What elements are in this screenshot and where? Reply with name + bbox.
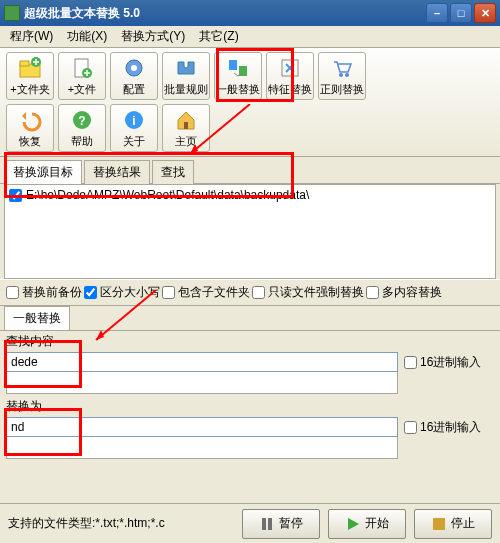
recover-button[interactable]: 恢复 <box>6 104 54 152</box>
svg-point-10 <box>339 73 343 77</box>
menu-replace-mode[interactable]: 替换方式(Y) <box>115 26 191 47</box>
tab-source[interactable]: 替换源目标 <box>4 160 82 184</box>
batch-rule-button[interactable]: 批量规则 <box>162 52 210 100</box>
about-button[interactable]: i 关于 <box>110 104 158 152</box>
home-icon <box>174 108 198 132</box>
puzzle-icon <box>174 56 198 80</box>
toolbar: +文件夹 +文件 配置 批量规则 一般替换 特征替换 正则替换 恢 <box>0 48 500 157</box>
config-button[interactable]: 配置 <box>110 52 158 100</box>
svg-rect-19 <box>433 518 445 530</box>
help-icon: ? <box>70 108 94 132</box>
cart-icon <box>330 56 354 80</box>
window-title: 超级批量文本替换 5.0 <box>24 5 426 22</box>
menu-program[interactable]: 程序(W) <box>4 26 59 47</box>
gear-icon <box>122 56 146 80</box>
minimize-button[interactable]: – <box>426 3 448 23</box>
titlebar: 超级批量文本替换 5.0 – □ ✕ <box>0 0 500 26</box>
help-button[interactable]: ? 帮助 <box>58 104 106 152</box>
close-button[interactable]: ✕ <box>474 3 496 23</box>
svg-rect-16 <box>184 122 188 129</box>
undo-icon <box>18 108 42 132</box>
replace-input[interactable] <box>6 417 398 437</box>
opt-multi[interactable] <box>366 286 379 299</box>
replace-label: 替换为 <box>6 398 494 415</box>
svg-rect-1 <box>20 61 29 66</box>
svg-rect-7 <box>229 60 237 70</box>
start-button[interactable]: 开始 <box>328 509 406 539</box>
options-row: 替换前备份 区分大小写 包含子文件夹 只读文件强制替换 多内容替换 <box>0 279 500 306</box>
svg-rect-17 <box>262 518 266 530</box>
general-replace-button[interactable]: 一般替换 <box>214 52 262 100</box>
replace-icon <box>226 56 250 80</box>
supported-types: 支持的文件类型:*.txt;*.htm;*.c <box>8 515 234 532</box>
opt-case[interactable] <box>84 286 97 299</box>
list-item[interactable]: E:\he\DedeAMPZ\WebRoot\Default\data\back… <box>7 187 493 203</box>
feature-replace-button[interactable]: 特征替换 <box>266 52 314 100</box>
add-folder-button[interactable]: +文件夹 <box>6 52 54 100</box>
stop-button[interactable]: 停止 <box>414 509 492 539</box>
svg-text:i: i <box>132 114 135 128</box>
play-icon <box>346 517 360 531</box>
find-label: 查找内容 <box>6 333 494 350</box>
opt-subfolder[interactable] <box>162 286 175 299</box>
svg-point-11 <box>345 73 349 77</box>
source-list[interactable]: E:\he\DedeAMPZ\WebRoot\Default\data\back… <box>4 184 496 279</box>
tab-find[interactable]: 查找 <box>152 160 194 184</box>
maximize-button[interactable]: □ <box>450 3 472 23</box>
pause-button[interactable]: 暂停 <box>242 509 320 539</box>
app-icon <box>4 5 20 21</box>
tab-result[interactable]: 替换结果 <box>84 160 150 184</box>
mode-tab-general[interactable]: 一般替换 <box>4 306 70 330</box>
list-item-path: E:\he\DedeAMPZ\WebRoot\Default\data\back… <box>26 188 309 202</box>
home-button[interactable]: 主页 <box>162 104 210 152</box>
regex-replace-button[interactable]: 正则替换 <box>318 52 366 100</box>
stop-icon <box>432 517 446 531</box>
find-hex-check[interactable] <box>404 356 417 369</box>
info-icon: i <box>122 108 146 132</box>
svg-point-6 <box>131 65 137 71</box>
tag-replace-icon <box>278 56 302 80</box>
find-input[interactable] <box>6 352 398 372</box>
opt-readonly[interactable] <box>252 286 265 299</box>
opt-backup[interactable] <box>6 286 19 299</box>
list-item-check[interactable] <box>9 189 22 202</box>
replace-hex-check[interactable] <box>404 421 417 434</box>
svg-rect-18 <box>268 518 272 530</box>
menu-other[interactable]: 其它(Z) <box>193 26 244 47</box>
add-file-button[interactable]: +文件 <box>58 52 106 100</box>
menubar: 程序(W) 功能(X) 替换方式(Y) 其它(Z) <box>0 26 500 48</box>
source-tabs: 替换源目标 替换结果 查找 <box>0 157 500 184</box>
menu-function[interactable]: 功能(X) <box>61 26 113 47</box>
svg-text:?: ? <box>78 114 85 128</box>
file-plus-icon <box>70 56 94 80</box>
folder-plus-icon <box>18 56 42 80</box>
footer: 支持的文件类型:*.txt;*.htm;*.c 暂停 开始 停止 <box>0 503 500 543</box>
pause-icon <box>260 517 274 531</box>
